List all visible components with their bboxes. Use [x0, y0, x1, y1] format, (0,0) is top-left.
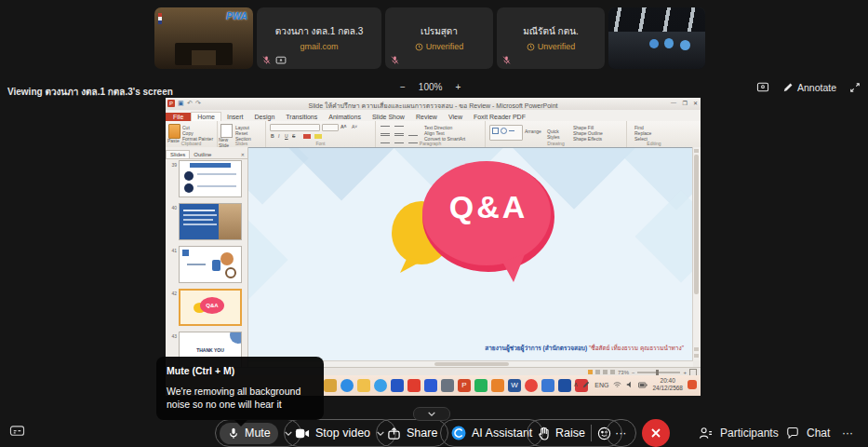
ppt-zoom-out[interactable]: − — [632, 370, 635, 375]
participants-label: Participants — [720, 427, 779, 440]
tab-foxit[interactable]: Foxit Reader PDF — [468, 113, 531, 121]
chat-label: Chat — [807, 427, 830, 440]
taskbar-edge-icon[interactable] — [341, 379, 354, 392]
thumb-qa-bubble: Q&A — [200, 297, 224, 314]
taskbar-app-icon[interactable] — [558, 379, 571, 392]
slide-canvas[interactable]: Q&A สายงานผู้ช่วยผู้ว่าการ (สำนักตรวจสอบ… — [248, 147, 693, 361]
tab-slideshow[interactable]: Slide Show — [367, 113, 410, 121]
bold-button[interactable]: B — [271, 133, 274, 139]
panel-close-icon[interactable]: ✕ — [238, 151, 247, 158]
vertical-scrollbar[interactable] — [692, 147, 701, 360]
panel-tab-slides[interactable]: Slides — [166, 150, 190, 158]
viewing-label: Viewing ตวงนภา งตล.1 กตล.3's screen — [7, 85, 173, 99]
taskbar-explorer-icon[interactable] — [357, 379, 370, 392]
tab-design[interactable]: Design — [248, 113, 280, 121]
taskbar-chrome-icon[interactable] — [525, 379, 538, 392]
close-button[interactable]: ✕ — [693, 100, 698, 106]
tray-wifi-icon[interactable] — [613, 381, 621, 388]
participant-video-room2[interactable] — [608, 7, 705, 69]
person-blue-shirt — [664, 38, 674, 48]
tray-notification-icon[interactable] — [688, 380, 697, 389]
tray-volume-icon[interactable] — [626, 381, 634, 388]
qa-text: Q&A — [421, 189, 556, 225]
bullets-icon[interactable] — [381, 126, 390, 134]
taskbar-app-icon[interactable] — [391, 379, 404, 392]
more-button[interactable]: ··· — [606, 419, 636, 447]
participant-tile-maneerat[interactable]: มณีรัตน์ กตน. Unverified — [497, 7, 605, 69]
taskbar-app-icon[interactable] — [491, 379, 504, 392]
tab-view[interactable]: View — [443, 113, 468, 121]
zoom-out-button[interactable]: − — [400, 82, 406, 92]
grow-font-icon[interactable]: A˄ — [341, 124, 347, 129]
person-blue-shirt — [680, 40, 690, 50]
font-color-icon[interactable] — [303, 134, 311, 139]
tray-clock[interactable]: 20:40 24/12/2568 — [652, 377, 683, 392]
slide-footer-unit: สายงานผู้ช่วยผู้ว่าการ (สำนักตรวจสอบ) — [485, 345, 587, 351]
taskbar-powerpoint-icon[interactable]: P — [458, 379, 471, 392]
participants-button[interactable]: Participants — [699, 427, 779, 440]
fullscreen-icon[interactable] — [849, 82, 861, 93]
slideshow-view-icon[interactable] — [610, 370, 615, 374]
taskbar-app-icon[interactable] — [541, 379, 554, 392]
taskbar-word-icon[interactable]: W — [508, 379, 521, 392]
taskbar-app-icon[interactable] — [424, 379, 437, 392]
participant-tile-tuangnapa[interactable]: ตวงนภา งตล.1 กตล.3 gmail.com — [257, 7, 381, 69]
chat-button[interactable]: Chat — [786, 427, 830, 440]
slide-thumbnail-40[interactable] — [179, 203, 242, 240]
slide-thumbnail-41[interactable] — [179, 246, 242, 283]
italic-button[interactable]: I — [278, 133, 279, 139]
highlight-color-icon[interactable] — [314, 134, 322, 139]
collapse-panel-button[interactable] — [413, 407, 450, 421]
zoom-slider[interactable] — [637, 372, 680, 373]
participant-video-room1[interactable]: PWA — [154, 7, 253, 69]
zoom-level[interactable]: 100% — [419, 82, 443, 92]
tray-language[interactable]: ENG — [594, 382, 608, 388]
paste-icon[interactable] — [168, 124, 180, 139]
tray-expand-icon[interactable]: ∧ — [573, 381, 578, 388]
view-options-icon[interactable] — [756, 82, 769, 93]
share-button[interactable]: Share — [376, 419, 448, 447]
tray-pen-icon[interactable] — [582, 381, 590, 388]
tab-file[interactable]: File — [166, 113, 191, 121]
taskbar-app-icon[interactable] — [374, 379, 387, 392]
tab-review[interactable]: Review — [410, 113, 443, 121]
reading-view-icon[interactable] — [603, 370, 608, 374]
font-name-box[interactable] — [270, 124, 320, 131]
participant-subtitle: gmail.com — [257, 42, 381, 51]
tab-insert[interactable]: Insert — [221, 113, 249, 121]
captions-button[interactable] — [9, 425, 25, 439]
unverified-clock-icon — [527, 43, 535, 51]
minimize-button[interactable]: — — [671, 100, 676, 105]
zoom-in-button[interactable]: + — [455, 82, 461, 92]
quick-styles-button[interactable]: Quick Styles — [547, 129, 569, 140]
taskbar-app-icon[interactable] — [407, 379, 421, 392]
new-slide-icon[interactable] — [220, 124, 233, 138]
arrange-button[interactable]: Arrange — [525, 129, 547, 134]
taskbar-line-icon[interactable] — [474, 379, 487, 392]
underline-button[interactable]: U — [285, 133, 288, 139]
numbering-icon[interactable] — [394, 126, 404, 134]
more-right-button[interactable]: ··· — [842, 427, 853, 440]
annotate-button[interactable]: Annotate — [782, 82, 836, 93]
tab-home[interactable]: Home — [191, 112, 221, 121]
font-size-box[interactable] — [322, 124, 339, 131]
slide-thumbnail-39[interactable] — [179, 160, 242, 197]
participant-tile-premsuda[interactable]: เปรมสุดา Unverified — [385, 7, 493, 69]
leave-meeting-button[interactable] — [642, 419, 670, 447]
slide-number: 43 — [167, 333, 177, 339]
tray-battery-icon[interactable] — [638, 382, 648, 388]
taskbar-app-icon[interactable] — [441, 379, 454, 392]
tab-transitions[interactable]: Transitions — [280, 113, 323, 121]
strikethrough-button[interactable]: S — [292, 133, 295, 139]
normal-view-icon[interactable] — [588, 370, 593, 374]
participant-name: มณีรัตน์ กตน. — [497, 24, 605, 38]
restore-button[interactable]: ❐ — [683, 100, 688, 106]
taskbar-app-icon[interactable] — [324, 379, 337, 392]
tab-animations[interactable]: Animations — [323, 113, 367, 121]
shrink-font-icon[interactable]: A˅ — [352, 124, 357, 129]
slide-thumbnail-42-selected[interactable]: Q&A — [179, 289, 242, 326]
ribbon-group-font: A˄ A˅ B I U S Font — [266, 121, 376, 147]
slide-sorter-icon[interactable] — [595, 370, 600, 374]
panel-tab-outline[interactable]: Outline — [190, 151, 215, 158]
ppt-zoom-in[interactable]: + — [683, 370, 687, 375]
